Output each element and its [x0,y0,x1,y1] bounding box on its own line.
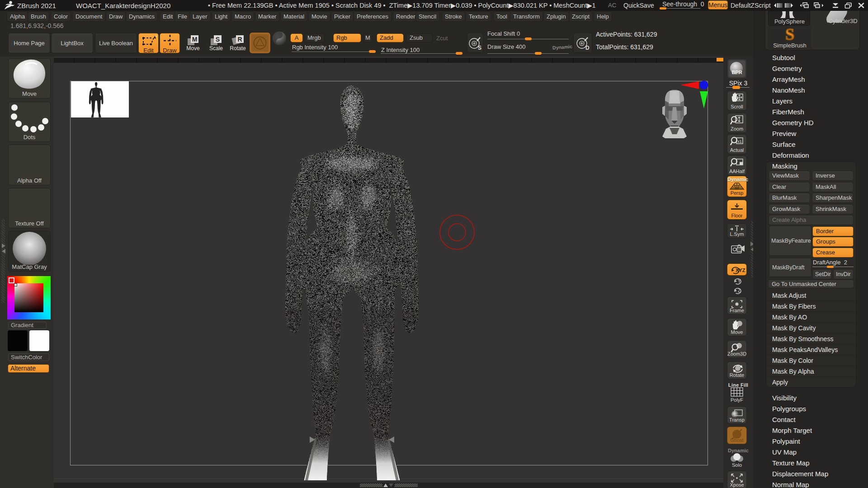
svg-text:BPR: BPR [731,70,742,75]
svg-text:R: R [237,36,242,43]
svg-text:Y: Y [738,279,741,284]
svg-text:D: D [585,45,590,51]
svg-text:Z: Z [738,288,741,293]
svg-text:x1: x1 [737,139,742,144]
svg-text:S: S [785,26,794,42]
svg-text:M: M [192,36,198,43]
svg-text:S: S [478,45,481,51]
svg-text:S: S [216,36,220,43]
svg-text:XYZ: XYZ [736,267,745,273]
